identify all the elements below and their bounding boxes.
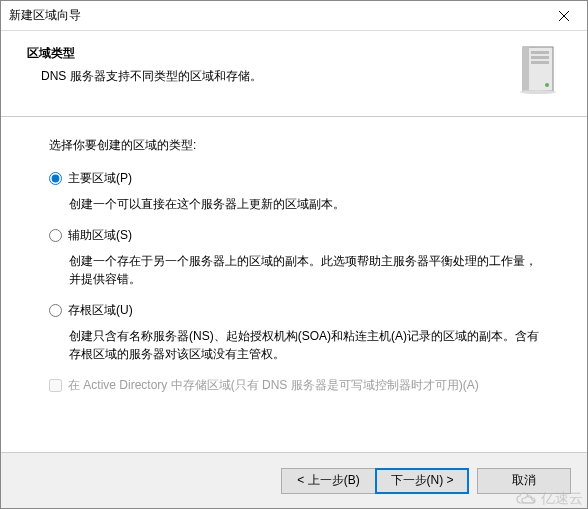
ad-storage-label: 在 Active Directory 中存储区域(只有 DNS 服务器是可写域控… — [68, 377, 479, 394]
close-icon — [559, 11, 569, 21]
ad-storage-checkbox-row: 在 Active Directory 中存储区域(只有 DNS 服务器是可写域控… — [49, 377, 539, 394]
wizard-body: 选择你要创建的区域的类型: 主要区域(P) 创建一个可以直接在这个服务器上更新的… — [1, 117, 587, 452]
radio-primary-input[interactable] — [49, 172, 62, 185]
radio-primary-desc: 创建一个可以直接在这个服务器上更新的区域副本。 — [69, 195, 539, 213]
watermark: 亿速云 — [515, 490, 583, 508]
watermark-text: 亿速云 — [541, 490, 583, 508]
radio-secondary-desc: 创建一个存在于另一个服务器上的区域的副本。此选项帮助主服务器平衡处理的工作量，并… — [69, 252, 539, 288]
ad-storage-checkbox — [49, 379, 62, 392]
radio-stub-desc: 创建只含有名称服务器(NS)、起始授权机构(SOA)和粘连主机(A)记录的区域的… — [69, 327, 539, 363]
svg-rect-6 — [531, 61, 549, 64]
header-subtitle: DNS 服务器支持不同类型的区域和存储。 — [27, 68, 507, 85]
radio-stub-zone[interactable]: 存根区域(U) — [49, 302, 539, 319]
prompt-text: 选择你要创建的区域的类型: — [49, 137, 539, 154]
header-title: 区域类型 — [27, 45, 507, 62]
server-icon — [517, 45, 561, 98]
radio-secondary-zone[interactable]: 辅助区域(S) — [49, 227, 539, 244]
back-button[interactable]: < 上一步(B) — [281, 468, 375, 494]
radio-secondary-input[interactable] — [49, 229, 62, 242]
titlebar: 新建区域向导 — [1, 1, 587, 31]
svg-rect-5 — [531, 56, 549, 59]
cloud-icon — [515, 491, 539, 507]
wizard-header: 区域类型 DNS 服务器支持不同类型的区域和存储。 — [1, 31, 587, 117]
radio-stub-label: 存根区域(U) — [68, 302, 133, 319]
window-title: 新建区域向导 — [9, 7, 541, 24]
svg-rect-4 — [531, 51, 549, 54]
svg-point-8 — [520, 90, 556, 94]
next-button[interactable]: 下一步(N) > — [375, 468, 469, 494]
radio-primary-label: 主要区域(P) — [68, 170, 132, 187]
svg-point-7 — [545, 83, 549, 87]
new-zone-wizard-dialog: 新建区域向导 区域类型 DNS 服务器支持不同类型的区域和存储。 — [0, 0, 588, 509]
radio-primary-zone[interactable]: 主要区域(P) — [49, 170, 539, 187]
close-button[interactable] — [541, 1, 587, 30]
wizard-footer: < 上一步(B) 下一步(N) > 取消 — [1, 452, 587, 508]
radio-secondary-label: 辅助区域(S) — [68, 227, 132, 244]
svg-rect-3 — [523, 47, 529, 91]
radio-stub-input[interactable] — [49, 304, 62, 317]
